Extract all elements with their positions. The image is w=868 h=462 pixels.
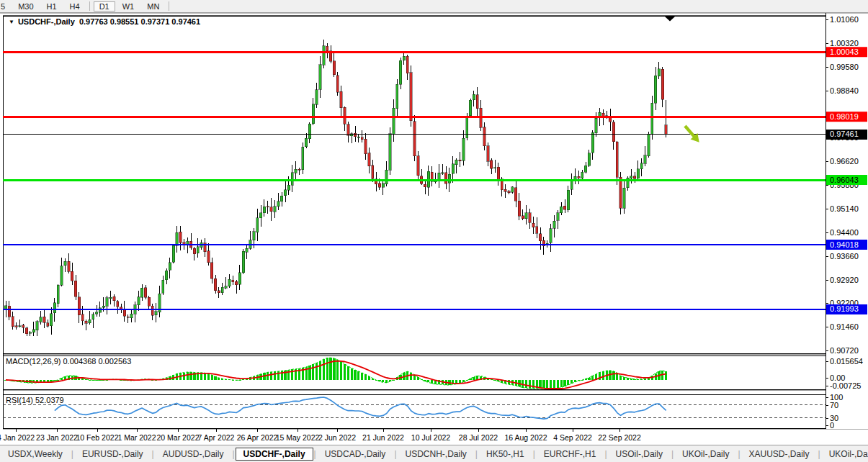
candle-body — [85, 321, 87, 323]
candle-body — [246, 248, 248, 252]
macd-histogram-bar — [550, 380, 552, 389]
tab-usdchf-daily[interactable]: USDCHF-,Daily — [236, 448, 313, 461]
macd-histogram-bar — [187, 372, 189, 380]
candle-body — [483, 127, 486, 146]
candle-body — [53, 303, 55, 313]
candle-body — [12, 317, 14, 327]
tab-eurusd-daily[interactable]: EURUSD-,Daily — [74, 448, 151, 461]
candle-body — [623, 188, 625, 208]
sell-arrow-icon[interactable] — [681, 123, 702, 145]
candle-body — [92, 314, 94, 320]
candle-body — [368, 153, 370, 166]
date-label: 23 Jan 2022 — [36, 433, 78, 442]
price-axis[interactable]: 1.010601.003200.995800.988400.973600.966… — [826, 15, 867, 430]
macd-tick-label: 0.015654 — [830, 357, 863, 366]
candle-body — [95, 312, 97, 314]
candle-body — [144, 288, 146, 297]
candle-body — [382, 184, 384, 188]
candle-body — [654, 76, 656, 103]
candles-layer — [4, 40, 667, 336]
candle-body — [302, 147, 304, 169]
macd-histogram-bar — [361, 373, 363, 380]
candle-body — [140, 288, 143, 297]
candle-body — [295, 169, 297, 173]
tab-usdx-weekly[interactable]: USDX,Weekly — [0, 448, 71, 461]
candle-body — [256, 218, 259, 232]
candle-body — [539, 234, 541, 241]
candle-body — [29, 332, 31, 334]
candle-body — [455, 160, 457, 164]
price-tick-label: 1.01060 — [830, 15, 859, 24]
macd-histogram-bar — [319, 361, 321, 380]
tab-usoil-daily[interactable]: USOil-,Daily — [608, 448, 671, 461]
candle-body — [372, 166, 374, 179]
date-label: 10 Jul 2022 — [411, 433, 450, 442]
macd-histogram-bar — [347, 366, 349, 380]
chart-dropdown-icon[interactable]: ▼ — [9, 19, 14, 25]
macd-indicator-label: MACD(12,26,9) 0.004368 0.002563 — [6, 357, 131, 366]
candle-body — [78, 297, 80, 315]
candle-body — [469, 100, 471, 116]
tab-ukoil-daily[interactable]: UKOil-,Daily — [674, 448, 737, 461]
date-label: 16 Aug 2022 — [505, 433, 547, 442]
tab-hk50-h1[interactable]: HK50-,H1 — [478, 448, 532, 461]
macd-histogram-bar — [427, 380, 429, 382]
tab-xauusd-daily[interactable]: XAUUSD-,Daily — [741, 448, 818, 461]
tab-usdcad-daily[interactable]: USDCAD-,Daily — [317, 448, 394, 461]
candle-body — [410, 73, 412, 121]
rsi-indicator-label: RSI(14) 52.0379 — [6, 396, 64, 404]
candle-body — [508, 191, 510, 193]
candle-body — [179, 232, 182, 243]
date-label: 15 May 2022 — [276, 433, 320, 442]
candle-body — [563, 206, 565, 209]
macd-histogram-bar — [665, 371, 667, 380]
candle-body — [280, 196, 282, 201]
tab-usdcnh-daily[interactable]: USDCNH-,Daily — [398, 448, 475, 461]
macd-histogram-bar — [207, 373, 210, 380]
tab-audusd-daily[interactable]: AUDUSD-,Daily — [155, 448, 232, 461]
candle-body — [581, 172, 583, 178]
candle-body — [117, 302, 119, 307]
macd-histogram-bar — [542, 380, 545, 389]
macd-histogram-bar — [462, 380, 465, 382]
tab-eurchf-h1[interactable]: EURCHF-,H1 — [536, 448, 604, 461]
candle-body — [438, 173, 440, 180]
candle-body — [612, 122, 614, 142]
rsi-tick-label: 70 — [830, 401, 838, 409]
candle-body — [228, 279, 231, 286]
top-marker-triangle-icon[interactable] — [665, 17, 675, 22]
candle-body — [637, 169, 639, 178]
candle-body — [361, 137, 363, 140]
candle-body — [316, 90, 318, 105]
candle-body — [553, 221, 555, 228]
macd-histogram-bar — [389, 380, 391, 381]
candle-body — [403, 56, 405, 60]
candle-body — [424, 184, 426, 187]
macd-histogram-bar — [189, 372, 192, 380]
price-badge-label: 0.91993 — [830, 304, 859, 313]
candle-body — [312, 104, 314, 124]
candle-body — [630, 176, 632, 178]
candle-body — [459, 160, 461, 160]
candle-body — [644, 155, 646, 163]
candle-body — [633, 176, 635, 178]
candle-body — [616, 142, 618, 177]
candle-body — [640, 163, 643, 169]
date-label: 7 Apr 2022 — [198, 433, 235, 442]
tab-ukoil-da[interactable]: UKOil-,Da — [821, 448, 868, 461]
candle-body — [396, 84, 398, 109]
annotations-layer — [665, 17, 703, 145]
date-label: 10 Feb 2022 — [76, 433, 119, 442]
candle-body — [305, 138, 307, 147]
candle-body — [162, 280, 164, 293]
macd-histogram-bar — [277, 371, 279, 380]
candle-body — [109, 297, 112, 298]
macd-histogram-bar — [553, 380, 555, 389]
candle-body — [138, 297, 140, 305]
candle-body — [127, 317, 129, 317]
candle-body — [522, 216, 524, 219]
macd-histogram-bar — [270, 372, 272, 380]
price-tick-label: 0.95140 — [830, 204, 859, 213]
macd-histogram-bar — [344, 364, 346, 380]
candle-body — [235, 281, 237, 284]
